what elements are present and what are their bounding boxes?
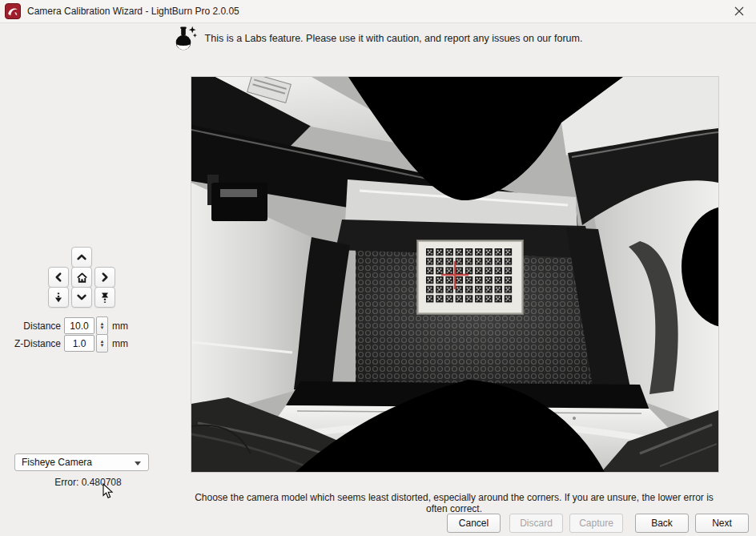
labs-notice-text: This is a Labs feature. Please use it wi… bbox=[205, 33, 583, 44]
stepper-down-icon: ▼ bbox=[100, 326, 105, 330]
camera-view-image bbox=[191, 76, 719, 473]
discard-button[interactable]: Discard bbox=[509, 514, 563, 533]
z-distance-field-row: Z-Distance ▲▼ mm bbox=[0, 335, 128, 352]
close-button[interactable] bbox=[726, 0, 753, 22]
chevron-up-icon bbox=[76, 252, 87, 263]
z-distance-label: Z-Distance bbox=[0, 338, 64, 349]
chevron-down-icon bbox=[76, 292, 87, 303]
home-button[interactable] bbox=[71, 267, 92, 288]
camera-calibration-wizard-window: Camera Calibration Wizard - LightBurn Pr… bbox=[0, 0, 756, 536]
camera-model-select[interactable]: Fisheye Camera bbox=[14, 453, 149, 471]
lightburn-app-icon bbox=[5, 3, 21, 19]
home-icon bbox=[76, 272, 88, 284]
distance-field-row: Distance ▲▼ mm bbox=[0, 317, 128, 334]
fisheye-camera-frame bbox=[191, 77, 718, 472]
close-icon bbox=[734, 6, 745, 17]
distance-label: Distance bbox=[0, 320, 64, 332]
jog-right-button[interactable] bbox=[94, 267, 115, 288]
title-bar: Camera Calibration Wizard - LightBurn Pr… bbox=[0, 0, 756, 23]
error-value: 0.480708 bbox=[82, 477, 122, 488]
camera-model-selected: Fisheye Camera bbox=[22, 457, 92, 468]
z-distance-stepper[interactable]: ▲▼ bbox=[96, 334, 108, 353]
window-title: Camera Calibration Wizard - LightBurn Pr… bbox=[27, 6, 239, 17]
cancel-button[interactable]: Cancel bbox=[447, 514, 501, 533]
error-label: Error: bbox=[54, 477, 78, 488]
arrow-down-dashed-icon bbox=[53, 292, 64, 304]
jog-up-button[interactable] bbox=[71, 247, 92, 268]
distance-unit: mm bbox=[112, 320, 128, 332]
jog-left-button[interactable] bbox=[48, 267, 69, 288]
arrow-up-dashed-icon bbox=[99, 292, 111, 304]
chevron-left-icon bbox=[53, 272, 64, 283]
raise-z-button[interactable] bbox=[94, 287, 115, 308]
distance-input[interactable] bbox=[64, 317, 94, 334]
next-button[interactable]: Next bbox=[695, 514, 749, 533]
back-button[interactable]: Back bbox=[635, 514, 689, 533]
distance-stepper[interactable]: ▲▼ bbox=[96, 316, 108, 335]
z-distance-input[interactable] bbox=[64, 335, 94, 352]
capture-button[interactable]: Capture bbox=[569, 514, 623, 533]
lower-z-button[interactable] bbox=[48, 287, 69, 308]
stepper-down-icon: ▼ bbox=[100, 344, 105, 348]
labs-notice: This is a Labs feature. Please use it wi… bbox=[0, 24, 756, 53]
z-distance-unit: mm bbox=[112, 338, 128, 349]
dropdown-arrow-icon bbox=[135, 461, 141, 465]
mouse-cursor bbox=[103, 483, 114, 499]
calibration-error-readout: Error: 0.480708 bbox=[24, 477, 152, 488]
jog-down-button[interactable] bbox=[71, 287, 92, 308]
labs-flask-icon bbox=[174, 26, 198, 51]
instruction-text: Choose the camera model which seems leas… bbox=[191, 492, 718, 514]
chevron-right-icon bbox=[99, 272, 111, 283]
